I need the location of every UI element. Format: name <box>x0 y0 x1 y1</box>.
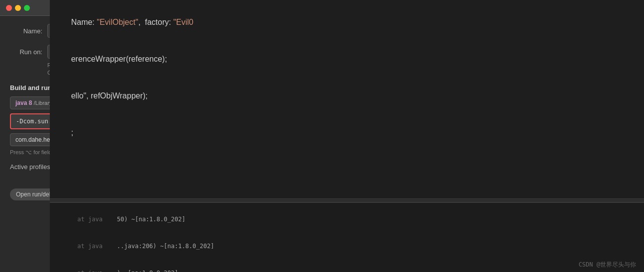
terminal-line-1: at java 50) ~[na:1.8.0_202] <box>56 206 638 233</box>
maximize-button[interactable] <box>24 5 30 11</box>
code-line-2: erenceWrapper(reference); <box>50 41 644 78</box>
code-line-4: ; <box>50 114 644 151</box>
code-line-1: Name: "EvilObject", factory: "Evil0 <box>50 4 644 41</box>
minimize-button[interactable] <box>15 5 21 11</box>
code-editor: Name: "EvilObject", factory: "Evil0 eren… <box>50 0 644 198</box>
csdn-watermark: CSDN @世界尽头与你 <box>579 261 636 269</box>
splitter[interactable] <box>50 198 644 202</box>
close-button[interactable] <box>6 5 12 11</box>
active-profiles-label: Active profiles: <box>10 163 52 171</box>
window-controls <box>6 5 30 11</box>
code-line-3: ello", refObjWrapper); <box>50 78 644 114</box>
terminal-line-3: at java ) ~[na:1.8.0_202] <box>56 260 638 272</box>
build-run-label: Build and run <box>10 84 52 91</box>
terminal-line-2: at java ..java:206) ~[na:1.8.0_202] <box>56 233 638 260</box>
terminal: at java 50) ~[na:1.8.0_202] at java ..ja… <box>50 202 644 272</box>
right-panel: Name: "EvilObject", factory: "Evil0 eren… <box>50 0 644 272</box>
name-label: Name: <box>10 27 42 35</box>
run-on-label: Run on: <box>10 48 42 56</box>
java-label: java 8 <box>15 99 32 106</box>
